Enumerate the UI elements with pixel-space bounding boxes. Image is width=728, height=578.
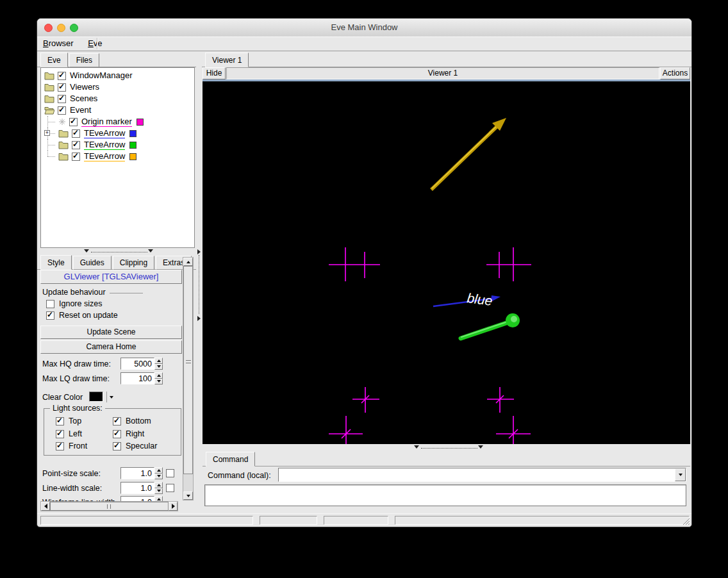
line-width-checkbox[interactable] <box>166 484 174 492</box>
combo-dropdown-button[interactable] <box>675 468 686 481</box>
spin-up-button[interactable] <box>154 358 163 364</box>
color-swatch[interactable] <box>129 153 136 160</box>
tree-checkbox[interactable] <box>58 83 66 92</box>
tree-item-tevearrow-gold[interactable]: TEveArrow <box>41 151 194 162</box>
scroll-down-button[interactable] <box>183 491 193 500</box>
color-swatch[interactable] <box>129 142 136 149</box>
tab-eve[interactable]: Eve <box>40 53 68 67</box>
hide-button[interactable]: Hide <box>203 67 226 79</box>
spin-down-button[interactable] <box>154 474 163 480</box>
light-specular-checkbox[interactable]: Specular <box>113 442 157 450</box>
viewer-header: Hide Viewer 1 Actions <box>203 67 690 79</box>
menu-browser[interactable]: Browser <box>37 37 79 49</box>
camera-home-button[interactable]: Camera Home <box>40 340 182 354</box>
point-size-input[interactable] <box>120 467 154 479</box>
update-scene-button[interactable]: Update Scene <box>40 326 182 339</box>
menu-eve[interactable]: Eve <box>82 37 108 49</box>
max-lq-spinbox[interactable] <box>120 372 163 384</box>
spin-down-button[interactable] <box>154 488 163 495</box>
command-input[interactable] <box>279 468 675 481</box>
checkbox[interactable] <box>56 442 64 450</box>
actions-button[interactable]: Actions <box>660 67 690 79</box>
close-window-button[interactable] <box>44 24 53 32</box>
tree-checkbox[interactable] <box>69 118 78 126</box>
clear-color-swatch[interactable] <box>89 392 103 402</box>
group-label: Update behaviour <box>42 288 106 297</box>
checkbox[interactable] <box>56 417 64 425</box>
scrollbar-thumb[interactable] <box>183 266 193 474</box>
left-horizontal-splitter[interactable] <box>37 248 196 254</box>
resize-grip[interactable] <box>682 517 690 525</box>
light-left-checkbox[interactable]: Left <box>56 429 82 438</box>
checkbox[interactable] <box>113 430 121 438</box>
tree-checkbox[interactable] <box>58 106 66 115</box>
gl-viewport[interactable]: blue <box>203 81 690 444</box>
max-hq-spinbox[interactable] <box>120 358 163 370</box>
checkbox[interactable] <box>46 311 54 320</box>
spin-up-button[interactable] <box>154 467 163 474</box>
command-tabbar: Command <box>203 452 690 467</box>
point-size-checkbox[interactable] <box>166 469 174 477</box>
tree-checkbox[interactable] <box>58 72 66 80</box>
spin-up-button[interactable] <box>154 496 163 501</box>
vertical-splitter[interactable] <box>196 51 202 513</box>
wireframe-input[interactable] <box>120 496 154 501</box>
command-splitter[interactable] <box>203 444 690 452</box>
light-right-checkbox[interactable]: Right <box>113 429 144 438</box>
tree-item-windowmanager[interactable]: WindowManager <box>41 70 194 81</box>
expand-icon[interactable] <box>44 130 50 136</box>
light-front-checkbox[interactable]: Front <box>56 442 87 450</box>
tree-item-tevearrow-green[interactable]: TEveArrow <box>41 139 194 151</box>
spin-up-button[interactable] <box>154 482 163 488</box>
spin-down-button[interactable] <box>154 379 163 385</box>
color-swatch[interactable] <box>129 130 136 137</box>
tree-item-scenes[interactable]: Scenes <box>41 93 194 104</box>
chevron-down-icon <box>478 445 483 449</box>
scroll-right-button[interactable] <box>169 502 178 511</box>
scrollbar-thumb[interactable] <box>50 502 169 511</box>
max-hq-input[interactable] <box>120 358 154 370</box>
tree-checkbox[interactable] <box>72 129 80 138</box>
glviewer-button[interactable]: GLViewer [TGLSAViewer] <box>40 270 182 284</box>
tab-style[interactable]: Style <box>40 255 72 270</box>
tab-viewer-1[interactable]: Viewer 1 <box>205 53 249 67</box>
viewer-panel: Viewer 1 Hide Viewer 1 Actions <box>202 51 692 513</box>
tab-guides[interactable]: Guides <box>73 256 112 270</box>
scroll-left-button[interactable] <box>41 502 50 511</box>
minimize-window-button[interactable] <box>57 24 65 32</box>
spin-up-button[interactable] <box>154 372 163 379</box>
tab-command[interactable]: Command <box>206 452 255 467</box>
tree-item-origin-marker[interactable]: Origin marker <box>41 116 194 128</box>
color-swatch[interactable] <box>136 119 144 126</box>
zoom-window-button[interactable] <box>70 24 78 32</box>
ignore-sizes-checkbox[interactable]: Ignore sizes <box>46 299 102 308</box>
point-size-spinbox[interactable] <box>120 467 163 479</box>
wireframe-spinbox[interactable] <box>120 496 163 501</box>
tree-item-tevearrow-blue[interactable]: TEveArrow <box>41 128 194 139</box>
light-top-checkbox[interactable]: Top <box>56 417 81 425</box>
status-section-4 <box>395 516 690 525</box>
tree-checkbox[interactable] <box>58 95 66 103</box>
checkbox[interactable] <box>113 442 121 450</box>
scroll-up-button[interactable] <box>183 258 193 266</box>
max-lq-input[interactable] <box>120 372 154 384</box>
checkbox[interactable] <box>56 430 64 438</box>
tree-item-viewers[interactable]: Viewers <box>41 81 194 93</box>
tree-checkbox[interactable] <box>72 153 80 161</box>
style-horizontal-scrollbar[interactable] <box>40 501 178 511</box>
line-width-input[interactable] <box>120 482 154 494</box>
titlebar[interactable]: Eve Main Window <box>37 19 691 37</box>
checkbox[interactable] <box>113 417 121 425</box>
style-vertical-scrollbar[interactable] <box>183 257 194 500</box>
spin-down-button[interactable] <box>154 364 163 370</box>
tab-clipping[interactable]: Clipping <box>113 256 154 270</box>
clear-color-dropdown[interactable] <box>106 392 116 402</box>
tab-files[interactable]: Files <box>69 53 99 67</box>
light-bottom-checkbox[interactable]: Bottom <box>113 417 151 425</box>
command-combobox[interactable] <box>278 468 686 482</box>
line-width-spinbox[interactable] <box>120 482 163 494</box>
tree-checkbox[interactable] <box>72 141 80 149</box>
reset-on-update-checkbox[interactable]: Reset on update <box>46 311 118 320</box>
tree-item-event[interactable]: Event <box>41 104 194 116</box>
checkbox[interactable] <box>46 300 54 308</box>
